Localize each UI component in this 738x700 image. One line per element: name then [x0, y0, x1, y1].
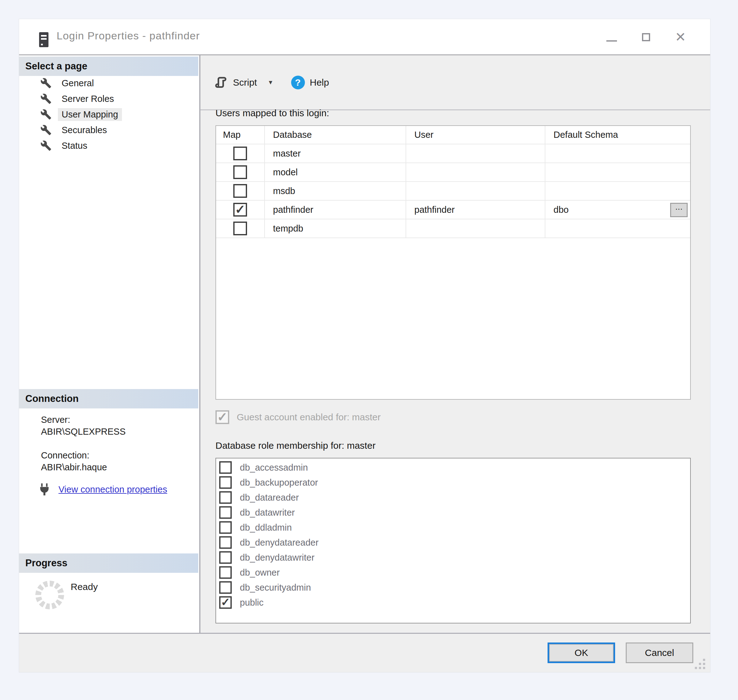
role-checkbox[interactable] [219, 461, 232, 474]
login-properties-dialog: Login Properties - pathfinder ✕ Select a… [19, 19, 710, 672]
user-mapping-table: Map Database User Default Schema master … [215, 125, 691, 400]
user-cell[interactable]: pathfinder [406, 200, 545, 219]
role-checkbox[interactable] [219, 491, 232, 504]
role-checkbox[interactable] [219, 521, 232, 534]
cancel-button[interactable]: Cancel [626, 643, 693, 663]
default-schema-cell[interactable] [545, 144, 690, 163]
sidebar-item-server-roles[interactable]: Server Roles [19, 91, 199, 107]
role-membership-caption: Database role membership for: master [215, 440, 376, 451]
user-cell[interactable] [406, 163, 545, 182]
minimize-icon [606, 40, 617, 41]
role-item-db_denydatareader[interactable]: db_denydatareader [216, 535, 690, 550]
user-cell[interactable] [406, 182, 545, 200]
wrench-icon [40, 108, 52, 121]
map-checkbox[interactable] [233, 222, 247, 235]
close-icon: ✕ [675, 31, 686, 44]
guest-account-label: Guest account enabled for: master [237, 412, 380, 422]
database-cell[interactable]: pathfinder [265, 200, 406, 219]
connection-value: ABIR\abir.haque [41, 462, 107, 472]
chevron-down-icon[interactable]: ▼ [268, 79, 274, 86]
database-cell[interactable]: msdb [265, 182, 406, 200]
role-item-db_denydatawriter[interactable]: db_denydatawriter [216, 550, 690, 565]
map-checkbox[interactable] [233, 184, 247, 198]
database-cell[interactable]: master [265, 144, 406, 163]
column-header-user: User [406, 126, 545, 144]
role-item-db_backupoperator[interactable]: db_backupoperator [216, 475, 690, 490]
role-item-db_securityadmin[interactable]: db_securityadmin [216, 580, 690, 595]
wrench-icon [40, 77, 52, 90]
plug-icon [37, 482, 52, 497]
role-checkbox[interactable] [219, 506, 232, 519]
script-label: Script [233, 77, 257, 88]
window-controls: ✕ [594, 19, 698, 55]
default-schema-cell[interactable]: dbo ... [545, 200, 690, 219]
role-item-db_ddladmin[interactable]: db_ddladmin [216, 520, 690, 535]
default-schema-cell[interactable] [545, 219, 690, 238]
sidebar-item-securables[interactable]: Securables [19, 122, 199, 138]
table-row[interactable]: master [216, 144, 690, 163]
help-icon: ? [291, 76, 305, 90]
minimize-button[interactable] [594, 22, 629, 53]
page-list: General Server Roles User Mapping Secura… [19, 75, 199, 153]
role-checkbox[interactable] [219, 476, 232, 489]
default-schema-cell[interactable] [545, 163, 690, 182]
title-bar: Login Properties - pathfinder ✕ [19, 19, 710, 55]
server-value: ABIR\SQLEXPRESS [41, 426, 126, 437]
table-row[interactable]: tempdb [216, 219, 690, 238]
wrench-icon [40, 124, 52, 136]
user-cell[interactable] [406, 219, 545, 238]
progress-spinner-icon [35, 581, 64, 609]
maximize-icon [642, 33, 650, 41]
users-mapped-caption: Users mapped to this login: [215, 108, 329, 118]
role-item-db_datareader[interactable]: db_datareader [216, 490, 690, 505]
wrench-icon [40, 93, 52, 105]
help-button[interactable]: ? Help [291, 76, 329, 90]
server-label: Server: [41, 415, 70, 425]
connection-header: Connection [19, 389, 198, 409]
desktop-background: { "window": { "title": "Login Properties… [0, 0, 738, 700]
help-label: Help [310, 77, 329, 88]
user-cell[interactable] [406, 144, 545, 163]
guest-account-row: Guest account enabled for: master [215, 410, 380, 424]
table-header-row: Map Database User Default Schema [216, 126, 690, 144]
table-row[interactable]: msdb [216, 182, 690, 200]
resize-grip[interactable] [693, 657, 705, 669]
role-checkbox[interactable] [219, 581, 232, 594]
server-icon [39, 32, 49, 47]
role-checkbox[interactable] [219, 551, 232, 564]
window-title: Login Properties - pathfinder [57, 30, 200, 42]
role-item-db_accessadmin[interactable]: db_accessadmin [216, 460, 690, 475]
role-checkbox[interactable] [219, 536, 232, 549]
ok-button[interactable]: OK [548, 643, 615, 663]
database-cell[interactable]: model [265, 163, 406, 182]
map-checkbox[interactable] [233, 203, 247, 216]
role-item-db_datawriter[interactable]: db_datawriter [216, 505, 690, 520]
column-header-database: Database [265, 126, 406, 144]
sidebar-item-status[interactable]: Status [19, 138, 199, 153]
column-header-map: Map [216, 126, 265, 144]
table-row[interactable]: pathfinder pathfinder dbo ... [216, 200, 690, 219]
map-checkbox[interactable] [233, 165, 247, 179]
schema-browse-button[interactable]: ... [670, 203, 688, 217]
maximize-button[interactable] [629, 22, 663, 53]
default-schema-cell[interactable] [545, 182, 690, 200]
role-checkbox[interactable] [219, 596, 232, 609]
database-cell[interactable]: tempdb [265, 219, 406, 238]
connection-label: Connection: [41, 450, 90, 460]
map-checkbox[interactable] [233, 147, 247, 160]
role-item-db_owner[interactable]: db_owner [216, 565, 690, 580]
view-connection-properties-link[interactable]: View connection properties [59, 484, 167, 495]
sidebar: Select a page General Server Roles User … [19, 55, 199, 634]
close-button[interactable]: ✕ [663, 22, 698, 53]
main-pane: Script ▼ ? Help Users mapped to this log… [200, 55, 710, 634]
database-role-listbox: db_accessadmin db_backupoperator db_data… [215, 458, 691, 624]
table-row[interactable]: model [216, 163, 690, 182]
progress-header: Progress [19, 553, 198, 573]
progress-status: Ready [71, 582, 98, 592]
role-checkbox[interactable] [219, 566, 232, 579]
guest-account-checkbox [215, 410, 229, 424]
script-button[interactable]: Script ▼ [214, 75, 274, 90]
role-item-public[interactable]: public [216, 595, 690, 610]
sidebar-item-general[interactable]: General [19, 75, 199, 91]
sidebar-item-user-mapping[interactable]: User Mapping [19, 107, 199, 122]
